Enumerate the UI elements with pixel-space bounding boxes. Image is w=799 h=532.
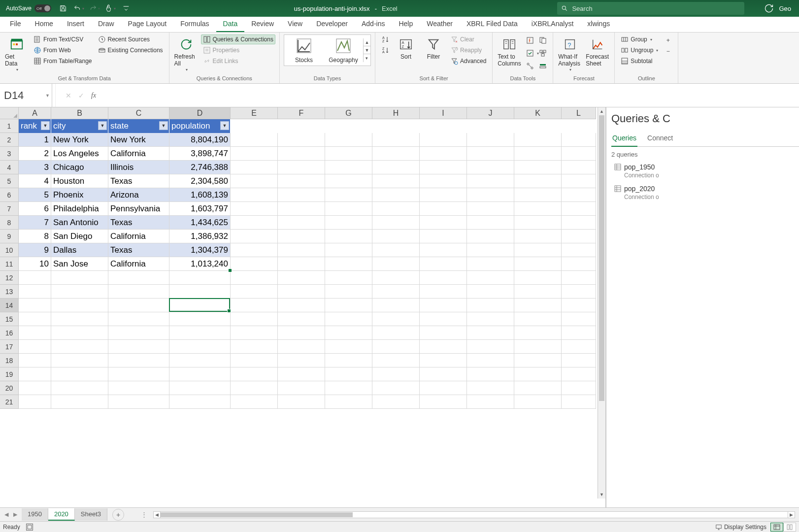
cell-E21[interactable] xyxy=(231,395,278,409)
cell-B4[interactable]: Chicago xyxy=(51,161,108,174)
cell-I4[interactable] xyxy=(420,161,467,174)
consolidate-button[interactable] xyxy=(537,47,549,59)
cell-D4[interactable]: 2,746,388 xyxy=(169,161,231,174)
undo-icon[interactable]: ▾ xyxy=(72,1,86,15)
cell-G3[interactable] xyxy=(325,147,372,161)
cell-K19[interactable] xyxy=(514,367,562,381)
ribbon-tab-file[interactable]: File xyxy=(3,17,28,32)
row-header-19[interactable]: 19 xyxy=(0,367,19,381)
cell-A16[interactable] xyxy=(19,326,51,340)
cell-B3[interactable]: Los Angeles xyxy=(51,147,108,161)
sheet-tab-1950[interactable]: 1950 xyxy=(22,508,48,521)
from-text-csv-button[interactable]: From Text/CSV xyxy=(32,34,94,44)
cell-K11[interactable] xyxy=(514,257,562,271)
cell-H11[interactable] xyxy=(372,257,420,271)
cell-E2[interactable] xyxy=(231,133,278,147)
cell-L20[interactable] xyxy=(562,381,596,395)
cell-I15[interactable] xyxy=(420,312,467,326)
cell-G15[interactable] xyxy=(325,312,372,326)
cell-D3[interactable]: 3,898,747 xyxy=(169,147,231,161)
cell-G9[interactable] xyxy=(325,230,372,243)
filter-dropdown-population[interactable]: ▼ xyxy=(220,121,229,130)
cell-C15[interactable] xyxy=(108,312,169,326)
row-header-5[interactable]: 5 xyxy=(0,174,19,188)
cell-F2[interactable] xyxy=(278,133,325,147)
cell-F17[interactable] xyxy=(278,340,325,354)
cell-G16[interactable] xyxy=(325,326,372,340)
cell-C5[interactable]: Texas xyxy=(108,174,169,188)
cell-H5[interactable] xyxy=(372,174,420,188)
cell-G10[interactable] xyxy=(325,243,372,257)
cell-C13[interactable] xyxy=(108,285,169,299)
cell-E13[interactable] xyxy=(231,285,278,299)
cell-I5[interactable] xyxy=(420,174,467,188)
cell-G18[interactable] xyxy=(325,354,372,367)
cell-L19[interactable] xyxy=(562,367,596,381)
sort-descending-button[interactable]: ZA xyxy=(379,45,391,55)
cell-A5[interactable]: 4 xyxy=(19,174,51,188)
cell-G2[interactable] xyxy=(325,133,372,147)
cell-B21[interactable] xyxy=(51,395,108,409)
cell-D18[interactable] xyxy=(169,354,231,367)
filter-dropdown-city[interactable]: ▼ xyxy=(98,121,107,130)
cell-I17[interactable] xyxy=(420,340,467,354)
cell-I19[interactable] xyxy=(420,367,467,381)
cell-F14[interactable] xyxy=(278,299,325,312)
cell-G7[interactable] xyxy=(325,202,372,216)
cell-B7[interactable]: Philadelphia xyxy=(51,202,108,216)
cell-H8[interactable] xyxy=(372,216,420,230)
cell-A17[interactable] xyxy=(19,340,51,354)
sync-icon[interactable] xyxy=(764,3,774,13)
cell-C12[interactable] xyxy=(108,271,169,285)
cell-D12[interactable] xyxy=(169,271,231,285)
cell-L8[interactable] xyxy=(562,216,596,230)
cell-B5[interactable]: Houston xyxy=(51,174,108,188)
hide-detail-button[interactable]: − xyxy=(662,46,674,56)
cell-B19[interactable] xyxy=(51,367,108,381)
cell-J15[interactable] xyxy=(467,312,514,326)
cell-I18[interactable] xyxy=(420,354,467,367)
cell-F6[interactable] xyxy=(278,188,325,202)
cell-H9[interactable] xyxy=(372,230,420,243)
cell-J1[interactable] xyxy=(467,119,514,133)
cell-I2[interactable] xyxy=(420,133,467,147)
ribbon-tab-view[interactable]: View xyxy=(281,17,309,32)
cell-L21[interactable] xyxy=(562,395,596,409)
cell-K8[interactable] xyxy=(514,216,562,230)
autosave-switch[interactable]: Off xyxy=(34,4,51,12)
column-header-B[interactable]: B xyxy=(51,107,108,119)
cell-G11[interactable] xyxy=(325,257,372,271)
customize-qat-icon[interactable] xyxy=(119,1,133,15)
autosave-toggle[interactable]: AutoSave Off xyxy=(2,3,55,13)
cell-L1[interactable] xyxy=(562,119,596,133)
ribbon-tab-home[interactable]: Home xyxy=(28,17,60,32)
cell-E9[interactable] xyxy=(231,230,278,243)
cell-C16[interactable] xyxy=(108,326,169,340)
cell-I16[interactable] xyxy=(420,326,467,340)
cell-B15[interactable] xyxy=(51,312,108,326)
cell-E17[interactable] xyxy=(231,340,278,354)
formula-input[interactable] xyxy=(103,84,799,107)
cell-L18[interactable] xyxy=(562,354,596,367)
cell-C7[interactable]: Pennsylvania xyxy=(108,202,169,216)
subtotal-button[interactable]: Subtotal xyxy=(619,56,660,66)
ribbon-tab-formulas[interactable]: Formulas xyxy=(173,17,216,32)
cell-K5[interactable] xyxy=(514,174,562,188)
gallery-down-arrow[interactable]: ▼ xyxy=(364,46,370,54)
cell-D15[interactable] xyxy=(169,312,231,326)
sheet-tab-sheet3[interactable]: Sheet3 xyxy=(75,508,107,521)
cell-K18[interactable] xyxy=(514,354,562,367)
cell-A20[interactable] xyxy=(19,381,51,395)
column-header-K[interactable]: K xyxy=(514,107,562,119)
ribbon-tab-add-ins[interactable]: Add-ins xyxy=(355,17,392,32)
cell-E19[interactable] xyxy=(231,367,278,381)
cell-F9[interactable] xyxy=(278,230,325,243)
cell-F15[interactable] xyxy=(278,312,325,326)
cell-I11[interactable] xyxy=(420,257,467,271)
cell-D11[interactable]: 1,013,240 xyxy=(169,257,231,271)
cell-G8[interactable] xyxy=(325,216,372,230)
queries-pane-tab-connect[interactable]: Connect xyxy=(646,132,674,146)
cell-K10[interactable] xyxy=(514,243,562,257)
cell-C14[interactable] xyxy=(108,299,169,312)
cell-L10[interactable] xyxy=(562,243,596,257)
